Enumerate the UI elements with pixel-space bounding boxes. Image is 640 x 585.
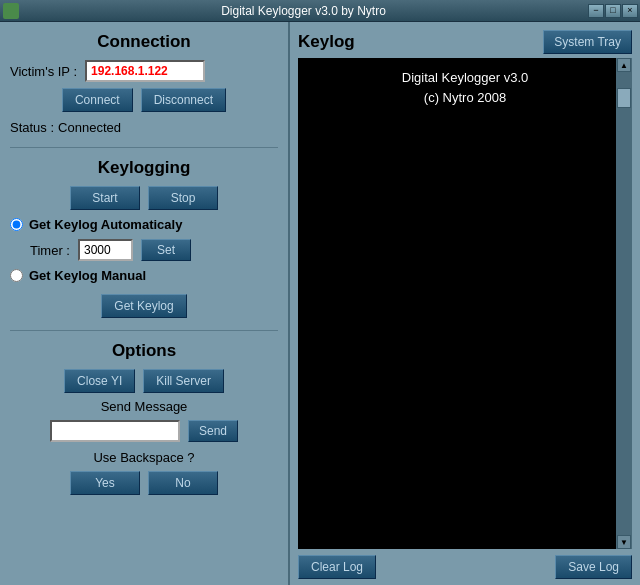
victim-ip-label: Victim's IP : xyxy=(10,64,77,79)
maximize-button[interactable]: □ xyxy=(605,4,621,18)
start-button[interactable]: Start xyxy=(70,186,140,210)
send-button[interactable]: Send xyxy=(188,420,238,442)
timer-label: Timer : xyxy=(30,243,70,258)
connect-buttons-row: Connect Disconnect xyxy=(10,88,278,112)
no-button[interactable]: No xyxy=(148,471,218,495)
title-bar: Digital Keylogger v3.0 by Nytro − □ × xyxy=(0,0,640,22)
manual-radio[interactable] xyxy=(10,269,23,282)
save-log-button[interactable]: Save Log xyxy=(555,555,632,579)
get-keylog-button[interactable]: Get Keylog xyxy=(101,294,186,318)
left-panel: Connection Victim's IP : Connect Disconn… xyxy=(0,22,290,585)
victim-ip-row: Victim's IP : xyxy=(10,60,278,82)
victim-ip-input[interactable] xyxy=(85,60,205,82)
manual-radio-row: Get Keylog Manual xyxy=(10,268,278,283)
divider-2 xyxy=(10,330,278,331)
main-layout: Connection Victim's IP : Connect Disconn… xyxy=(0,22,640,585)
send-message-row: Send xyxy=(10,420,278,442)
keylog-area: Digital Keylogger v3.0 (c) Nytro 2008 ▲ … xyxy=(298,58,632,549)
backspace-title: Use Backspace ? xyxy=(10,450,278,465)
right-panel: Keylog System Tray Digital Keylogger v3.… xyxy=(290,22,640,585)
window-title: Digital Keylogger v3.0 by Nytro xyxy=(19,4,588,18)
scrollbar-down-arrow[interactable]: ▼ xyxy=(617,535,631,549)
start-stop-row: Start Stop xyxy=(10,186,278,210)
app-icon xyxy=(3,3,19,19)
close-button[interactable]: × xyxy=(622,4,638,18)
disconnect-button[interactable]: Disconnect xyxy=(141,88,226,112)
close-yi-button[interactable]: Close YI xyxy=(64,369,135,393)
keylog-title: Keylog xyxy=(298,32,355,52)
timer-input[interactable] xyxy=(78,239,133,261)
kill-server-button[interactable]: Kill Server xyxy=(143,369,224,393)
yes-no-row: Yes No xyxy=(10,471,278,495)
stop-button[interactable]: Stop xyxy=(148,186,218,210)
status-label: Status : xyxy=(10,120,54,135)
yes-button[interactable]: Yes xyxy=(70,471,140,495)
divider-1 xyxy=(10,147,278,148)
manual-radio-label: Get Keylog Manual xyxy=(29,268,146,283)
send-message-input[interactable] xyxy=(50,420,180,442)
status-value: Connected xyxy=(58,120,121,135)
window-controls: − □ × xyxy=(588,4,638,18)
options-title: Options xyxy=(10,341,278,361)
auto-radio-label: Get Keylog Automaticaly xyxy=(29,217,182,232)
send-message-title: Send Message xyxy=(10,399,278,414)
keylog-line2: (c) Nytro 2008 xyxy=(308,88,622,108)
status-row: Status : Connected xyxy=(10,120,278,135)
connect-button[interactable]: Connect xyxy=(62,88,133,112)
system-tray-button[interactable]: System Tray xyxy=(543,30,632,54)
scrollbar-up-arrow[interactable]: ▲ xyxy=(617,58,631,72)
clear-log-button[interactable]: Clear Log xyxy=(298,555,376,579)
minimize-button[interactable]: − xyxy=(588,4,604,18)
keylog-bottom-row: Clear Log Save Log xyxy=(298,555,632,579)
auto-radio[interactable] xyxy=(10,218,23,231)
options-buttons-row: Close YI Kill Server xyxy=(10,369,278,393)
scrollbar-thumb[interactable] xyxy=(617,88,631,108)
get-keylog-row: Get Keylog xyxy=(10,294,278,318)
auto-radio-row: Get Keylog Automaticaly xyxy=(10,217,278,232)
connection-title: Connection xyxy=(10,32,278,52)
keylog-scrollbar: ▲ ▼ xyxy=(616,58,632,549)
keylogging-title: Keylogging xyxy=(10,158,278,178)
keylog-header: Keylog System Tray xyxy=(298,30,632,54)
set-button[interactable]: Set xyxy=(141,239,191,261)
timer-row: Timer : Set xyxy=(30,239,278,261)
keylog-line1: Digital Keylogger v3.0 xyxy=(308,68,622,88)
